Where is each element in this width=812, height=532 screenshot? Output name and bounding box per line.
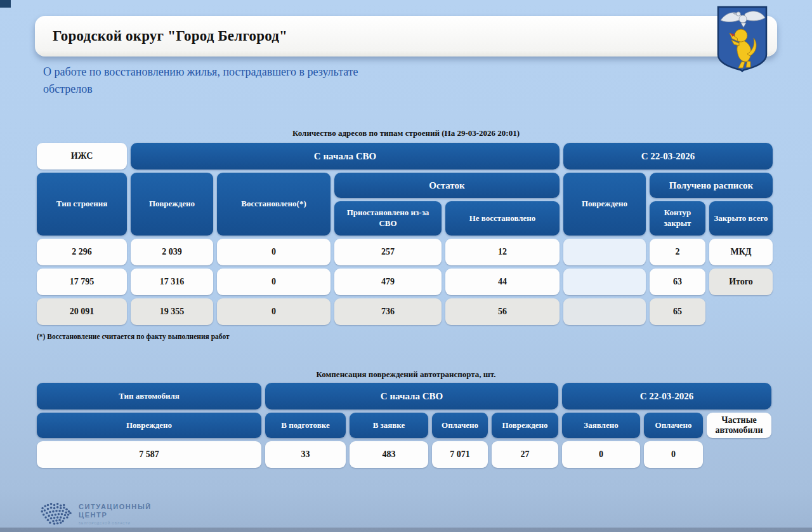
col-header-damaged: Повреждено xyxy=(131,173,213,236)
col-header-vehicle-type: Тип автомобиля xyxy=(37,383,261,409)
col-header-restored: Восстановлено(*) xyxy=(217,173,331,236)
band-since-date: С 22-03-2026 xyxy=(563,143,773,170)
row-izhs-closed-total: 2 xyxy=(650,239,705,265)
row-mkd-not-restored: 479 xyxy=(334,269,442,295)
vehicles-table-caption: Компенсация повреждений автотранспорта, … xyxy=(37,369,775,380)
row-total-damaged: 20 091 xyxy=(37,298,127,325)
band-since-svo-vehicles: С начала СВО xyxy=(265,383,558,409)
row-private-cars-paid-since: 0 xyxy=(644,441,703,468)
band-since-svo: С начала СВО xyxy=(131,143,560,170)
logo-line-1: СИТУАЦИОННЫЙ xyxy=(79,503,152,511)
row-total-not-restored: 736 xyxy=(334,298,442,325)
logo-text-block: СИТУАЦИОННЫЙ ЦЕНТР БЕЛГОРОДСКОЙ ОБЛАСТИ xyxy=(79,503,152,525)
col-header-paid: Оплачено xyxy=(432,413,488,438)
col-header-closed-total: Закрыто всего xyxy=(709,201,773,236)
row-mkd-type: МКД xyxy=(709,239,773,265)
vehicles-table: С начала СВО С 22-03-2026 Тип автомобиля… xyxy=(37,383,771,468)
col-header-contour-closed: Контур закрыт xyxy=(650,201,705,236)
row-private-cars-paid: 7 071 xyxy=(432,441,488,468)
row-private-cars-declared: 0 xyxy=(562,441,640,468)
band-since-date-vehicles: С 22-03-2026 xyxy=(562,383,771,409)
col-header-declared: Заявлено xyxy=(562,413,640,438)
housing-table: С начала СВО С 22-03-2026 Тип строения П… xyxy=(37,143,773,325)
col-header-in-preparation: В подготовке xyxy=(265,413,346,438)
row-total-type: Итого xyxy=(709,269,773,295)
row-izhs-suspended: 0 xyxy=(217,239,331,265)
belgorod-coat-of-arms-icon xyxy=(716,5,769,72)
band-remainder: Остаток xyxy=(334,173,560,198)
row-private-cars-in-request: 483 xyxy=(350,441,428,468)
col-header-not-restored: Не восстановлено xyxy=(445,201,560,236)
logo-subtitle: БЕЛГОРОДСКОЙ ОБЛАСТИ xyxy=(79,521,152,525)
band-receipts: Получено расписок xyxy=(650,173,773,198)
row-total-contour-closed xyxy=(563,298,646,325)
col-header-in-request: В заявке xyxy=(350,413,428,438)
row-private-cars-type: Частные автомобили xyxy=(707,413,771,438)
row-total-closed-total: 65 xyxy=(650,298,705,325)
subtitle: О работе по восстановлению жилья, постра… xyxy=(43,63,373,98)
page: { "header": { "title": "Городской округ … xyxy=(0,0,812,532)
row-izhs-type: ИЖС xyxy=(37,143,127,170)
bottom-strip xyxy=(0,528,812,532)
row-mkd-damaged-since: 44 xyxy=(445,269,560,295)
row-private-cars-damaged: 7 587 xyxy=(37,441,261,468)
row-mkd-contour-closed xyxy=(563,269,646,295)
col-header-building-type: Тип строения xyxy=(37,173,127,236)
row-mkd-suspended: 0 xyxy=(217,269,331,295)
col-header-damaged-since: Повреждено xyxy=(563,173,646,236)
housing-table-footnote: (*) Восстановление считается по факту вы… xyxy=(37,333,230,340)
col-header-vehicle-damaged-since: Повреждено xyxy=(492,413,558,438)
row-izhs-not-restored: 257 xyxy=(334,239,442,265)
col-header-paid-since: Оплачено xyxy=(644,413,703,438)
row-izhs-contour-closed xyxy=(563,239,646,265)
row-izhs-damaged: 2 296 xyxy=(37,239,127,265)
row-mkd-restored: 17 316 xyxy=(131,269,213,295)
corner-mark xyxy=(0,0,11,8)
page-title: Городской округ "Город Белгород" xyxy=(35,28,287,44)
row-izhs-damaged-since: 12 xyxy=(445,239,560,265)
row-mkd-closed-total: 63 xyxy=(650,269,705,295)
row-total-damaged-since: 56 xyxy=(445,298,560,325)
row-private-cars-damaged-since: 27 xyxy=(492,441,558,468)
col-header-vehicle-damaged: Повреждено xyxy=(37,413,261,438)
header-card: Городской округ "Город Белгород" xyxy=(35,16,777,57)
row-izhs-restored: 2 039 xyxy=(131,239,213,265)
housing-table-caption: Количество адресов по типам строений (На… xyxy=(37,128,775,138)
row-private-cars-in-preparation: 33 xyxy=(265,441,346,468)
region-map-dots-icon xyxy=(39,499,74,528)
row-total-suspended: 0 xyxy=(217,298,331,325)
row-total-restored: 19 355 xyxy=(131,298,213,325)
row-mkd-damaged: 17 795 xyxy=(37,269,127,295)
col-header-suspended: Приостановлено из-за СВО xyxy=(334,201,442,236)
logo-line-2: ЦЕНТР xyxy=(79,511,152,519)
situation-center-logo: СИТУАЦИОННЫЙ ЦЕНТР БЕЛГОРОДСКОЙ ОБЛАСТИ xyxy=(39,499,152,528)
